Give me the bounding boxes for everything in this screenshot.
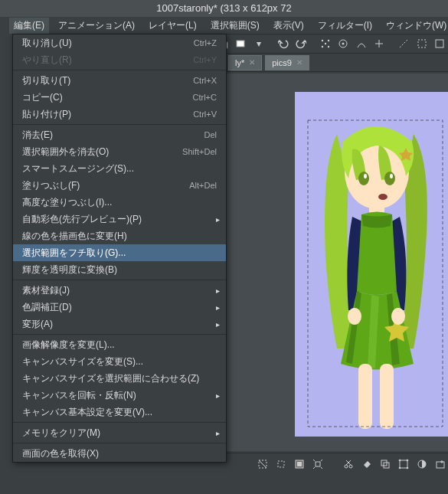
svg-point-16: [390, 174, 393, 178]
svg-point-19: [348, 308, 361, 325]
menu-cut[interactable]: 切り取り(T)Ctrl+X: [13, 72, 226, 89]
svg-point-3: [321, 40, 322, 41]
menu-fit-canvas-sel[interactable]: キャンバスサイズを選択範囲に合わせる(Z): [13, 370, 226, 387]
snap-icon[interactable]: [335, 35, 352, 52]
artwork-character: [306, 119, 444, 429]
menu-select[interactable]: 選択範囲(S): [206, 18, 264, 34]
invert-icon[interactable]: [292, 456, 308, 473]
svg-point-4: [327, 40, 329, 41]
tab-2[interactable]: pics9✕: [265, 55, 309, 70]
svg-point-36: [399, 466, 401, 469]
window-title: 1007staronly* (313 x 612px 72: [0, 0, 448, 17]
snap3-icon[interactable]: [371, 35, 388, 52]
svg-rect-28: [316, 462, 320, 466]
menu-edit[interactable]: 編集(E): [9, 18, 49, 34]
new-layer-icon[interactable]: [432, 456, 448, 473]
menu-lum-to-alpha[interactable]: 輝度を透明度に変換(B): [13, 261, 226, 278]
ruler3-icon[interactable]: [431, 35, 448, 52]
svg-point-34: [399, 459, 401, 461]
svg-rect-22: [380, 364, 394, 429]
tab-1[interactable]: ly*✕: [228, 55, 262, 70]
menu-line-to-draw[interactable]: 線の色を描画色に変更(H): [13, 227, 226, 244]
snap2-icon[interactable]: [353, 35, 370, 52]
redo-icon[interactable]: [293, 35, 309, 52]
undo-icon[interactable]: [275, 35, 292, 52]
copy-icon[interactable]: [378, 456, 394, 473]
menu-transform[interactable]: 変形(A): [13, 316, 226, 332]
svg-point-14: [384, 172, 395, 185]
svg-point-17: [378, 194, 388, 200]
menu-mat-reg[interactable]: 素材登録(J): [13, 282, 226, 299]
svg-point-7: [324, 43, 325, 44]
close-icon[interactable]: ✕: [296, 58, 302, 67]
menu-window[interactable]: ウィンドウ(W): [381, 18, 448, 34]
chevron-down-icon[interactable]: ▾: [250, 35, 267, 52]
svg-point-5: [321, 46, 322, 47]
tool-rect-icon[interactable]: [233, 35, 250, 52]
menu-paste[interactable]: 貼り付け(P)Ctrl+V: [13, 106, 226, 123]
menu-screen-color[interactable]: 画面の色を取得(X): [13, 445, 226, 462]
svg-rect-21: [358, 364, 372, 429]
menu-view[interactable]: 表示(V): [269, 18, 309, 34]
menu-clear[interactable]: 消去(E)Del: [13, 126, 226, 143]
menu-outline-selection[interactable]: 選択範囲をフチ取り(G)...: [13, 244, 226, 261]
tab-label: ly*: [235, 58, 244, 67]
svg-point-29: [345, 465, 348, 468]
menu-change-res[interactable]: 画像解像度を変更(L)...: [13, 336, 226, 353]
menu-bar: 編集(E) アニメーション(A) レイヤー(L) 選択範囲(S) 表示(V) フ…: [0, 17, 448, 34]
cut-icon[interactable]: [341, 456, 357, 473]
svg-point-6: [327, 46, 329, 47]
menu-change-canvas[interactable]: キャンバスサイズを変更(S)...: [13, 353, 226, 370]
sel-shrink-icon[interactable]: [273, 456, 289, 473]
svg-rect-39: [437, 462, 444, 468]
tone-icon[interactable]: [414, 456, 430, 473]
menu-redo[interactable]: やり直し(R)Ctrl+Y: [13, 51, 226, 68]
menu-tone-corr[interactable]: 色調補正(D): [13, 299, 226, 316]
svg-rect-25: [278, 461, 284, 467]
svg-point-9: [342, 43, 345, 45]
fill-icon[interactable]: [359, 456, 375, 473]
expand-icon[interactable]: [310, 456, 326, 473]
ruler2-icon[interactable]: [414, 35, 430, 52]
svg-rect-27: [297, 462, 302, 466]
close-icon[interactable]: ✕: [249, 58, 255, 67]
menu-canvas-basic[interactable]: キャンバス基本設定を変更(V)...: [13, 404, 226, 420]
menu-layer[interactable]: レイヤー(L): [144, 18, 201, 34]
menu-copy[interactable]: コピー(C)Ctrl+C: [13, 89, 226, 106]
move-icon[interactable]: [317, 35, 334, 52]
edit-menu-dropdown: 取り消し(U)Ctrl+Z やり直し(R)Ctrl+Y 切り取り(T)Ctrl+…: [12, 34, 227, 463]
scale-icon[interactable]: [395, 456, 411, 473]
svg-point-20: [391, 308, 405, 325]
selection-toolbar: [226, 453, 448, 474]
svg-rect-33: [400, 460, 407, 468]
menu-undo[interactable]: 取り消し(U)Ctrl+Z: [13, 34, 226, 51]
tab-label: pics9: [272, 58, 292, 67]
menu-clear-outside[interactable]: 選択範囲外を消去(O)Shift+Del: [13, 143, 226, 160]
menu-smart-smoothing[interactable]: スマートスムージング(S)...: [13, 160, 226, 177]
svg-rect-10: [418, 40, 426, 47]
svg-point-15: [364, 174, 367, 178]
ruler1-icon[interactable]: [395, 35, 412, 52]
menu-animation[interactable]: アニメーション(A): [54, 18, 139, 34]
menu-adv-fill[interactable]: 高度な塗りつぶし(I)...: [13, 194, 226, 211]
menu-clear-mem[interactable]: メモリをクリア(M): [13, 424, 226, 441]
menu-fill[interactable]: 塗りつぶし(F)Alt+Del: [13, 177, 226, 194]
svg-point-37: [407, 466, 409, 469]
svg-point-13: [358, 172, 369, 185]
svg-point-35: [407, 459, 409, 461]
svg-point-30: [349, 465, 352, 468]
deselect-icon[interactable]: [255, 456, 271, 473]
svg-rect-2: [237, 41, 244, 47]
menu-auto-color[interactable]: 自動彩色(先行プレビュー)(P): [13, 211, 226, 227]
svg-rect-11: [436, 40, 443, 47]
menu-filter[interactable]: フィルター(I): [313, 18, 377, 34]
menu-rotate-flip[interactable]: キャンバスを回転・反転(N): [13, 387, 226, 404]
